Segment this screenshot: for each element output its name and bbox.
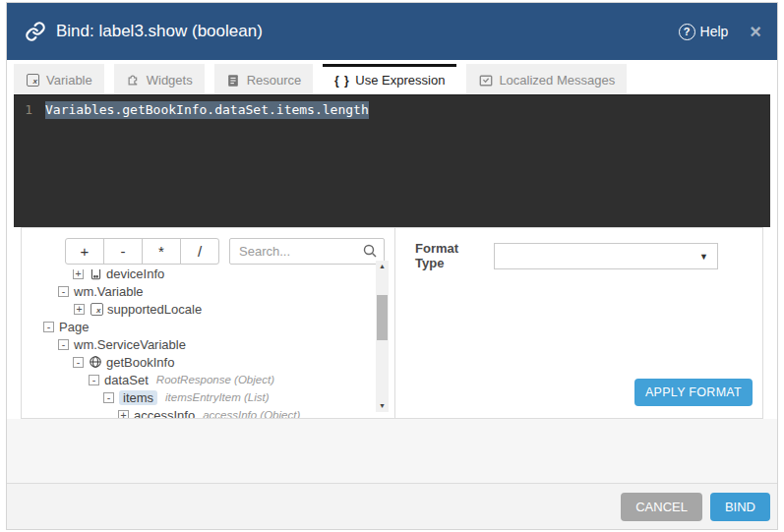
tree-expander[interactable]: + bbox=[73, 269, 84, 279]
tab-resource[interactable]: Resource bbox=[214, 64, 314, 94]
tree-node-type: accessInfo (Object) bbox=[203, 409, 300, 418]
device-icon bbox=[89, 269, 102, 280]
format-type-label: Format Type bbox=[415, 241, 480, 270]
expression-icon: { } bbox=[334, 73, 349, 88]
tree-row-items[interactable]: - items itemsEntryItem (List) bbox=[43, 388, 394, 406]
dialog-body-spacer bbox=[7, 419, 777, 483]
tree-row-getBookInfo[interactable]: - getBookInfo bbox=[43, 353, 394, 371]
tab-use-expression[interactable]: { } Use Expression bbox=[323, 64, 456, 94]
tree-expander[interactable]: - bbox=[43, 322, 54, 332]
tree-node-type: itemsEntryItem (List) bbox=[165, 391, 269, 403]
variable-icon: x bbox=[90, 302, 103, 316]
scroll-down-icon[interactable]: ▼ bbox=[376, 400, 389, 412]
tab-label: Use Expression bbox=[355, 73, 445, 88]
format-type-select[interactable]: ▼ bbox=[494, 243, 718, 269]
expression-editor[interactable]: 1 Variables.getBookInfo.dataSet.items.le… bbox=[14, 94, 770, 227]
help-button[interactable]: ? Help bbox=[679, 24, 729, 40]
localized-messages-icon bbox=[478, 73, 493, 88]
help-icon: ? bbox=[679, 24, 695, 40]
resource-icon bbox=[226, 73, 241, 88]
tree-expander[interactable]: - bbox=[89, 375, 99, 385]
help-label: Help bbox=[700, 24, 729, 39]
scroll-up-icon[interactable]: ▲ bbox=[376, 261, 389, 272]
tree-row-deviceInfo[interactable]: + deviceInfo bbox=[43, 269, 394, 282]
tree-expander[interactable]: - bbox=[58, 286, 69, 297]
apply-format-button[interactable]: APPLY FORMAT bbox=[634, 379, 753, 406]
operator-subtract-button[interactable]: - bbox=[103, 238, 143, 265]
service-variable-icon bbox=[89, 355, 102, 369]
tab-label: Widgets bbox=[147, 73, 193, 88]
editor-line: 1 Variables.getBookInfo.dataSet.items.le… bbox=[14, 101, 770, 119]
scroll-thumb[interactable] bbox=[377, 295, 388, 340]
operator-divide-button[interactable]: / bbox=[180, 238, 219, 265]
tab-widgets[interactable]: Widgets bbox=[114, 64, 205, 94]
operator-multiply-button[interactable]: * bbox=[142, 238, 181, 265]
dialog-title: Bind: label3.show (boolean) bbox=[56, 22, 263, 41]
bind-dialog: Bind: label3.show (boolean) ? Help × x V… bbox=[6, 2, 778, 530]
tree-node-label[interactable]: deviceInfo bbox=[106, 269, 164, 281]
tree-row-accessInfo[interactable]: + accessInfo accessInfo (Object) bbox=[43, 406, 394, 418]
tree-node-label[interactable]: dataSet bbox=[104, 373, 149, 387]
operator-add-button[interactable]: + bbox=[65, 238, 104, 265]
tab-bar: x Variable Widgets Resource bbox=[7, 60, 777, 94]
operator-group: + - * / bbox=[65, 238, 219, 265]
tab-label: Resource bbox=[247, 73, 302, 88]
tree-row-dataSet[interactable]: - dataSet RootResponse (Object) bbox=[43, 371, 394, 388]
expression-toolbar: + - * / bbox=[65, 238, 385, 265]
expression-code[interactable]: Variables.getBookInfo.dataSet.items.leng… bbox=[45, 101, 369, 119]
variable-icon: x bbox=[26, 73, 40, 88]
tree-expander[interactable]: - bbox=[103, 392, 114, 403]
line-number: 1 bbox=[14, 101, 45, 119]
tree-node-label-selected[interactable]: items bbox=[119, 390, 157, 405]
bind-button[interactable]: BIND bbox=[710, 493, 770, 521]
search-icon bbox=[362, 243, 378, 259]
vertical-scrollbar[interactable]: ▲ ▼ bbox=[376, 261, 389, 412]
variables-tree: + deviceInfo - wm.Variable + bbox=[22, 269, 394, 418]
tree-node-type: RootResponse (Object) bbox=[156, 374, 274, 385]
tree-node-label[interactable]: getBookInfo bbox=[106, 355, 174, 370]
tree-expander[interactable]: + bbox=[74, 304, 85, 315]
tree-expander[interactable]: - bbox=[58, 339, 69, 350]
dialog-header: Bind: label3.show (boolean) ? Help × bbox=[7, 3, 777, 60]
tree-row-page[interactable]: - Page bbox=[43, 318, 394, 335]
cancel-button[interactable]: CANCEL bbox=[621, 493, 702, 521]
variables-panel: + - * / + bbox=[22, 228, 395, 418]
chevron-down-icon: ▼ bbox=[699, 252, 708, 262]
link-icon bbox=[25, 21, 46, 42]
tree-node-label[interactable]: Page bbox=[59, 320, 89, 334]
tree-row-wm-variable[interactable]: - wm.Variable bbox=[43, 282, 394, 300]
dialog-footer: CANCEL BIND bbox=[7, 483, 777, 529]
format-panel: Format Type ▼ APPLY FORMAT bbox=[395, 228, 762, 418]
tab-localized-messages[interactable]: Localized Messages bbox=[466, 64, 627, 94]
tree-expander[interactable]: - bbox=[73, 357, 84, 368]
tree-row-supportedLocale[interactable]: + x supportedLocale bbox=[43, 300, 394, 318]
tab-label: Variable bbox=[46, 73, 92, 88]
widgets-icon bbox=[126, 73, 141, 88]
tree-node-label[interactable]: wm.ServiceVariable bbox=[74, 337, 186, 352]
tab-variable[interactable]: x Variable bbox=[14, 64, 104, 94]
tree-expander[interactable]: + bbox=[118, 410, 129, 419]
tree-node-label[interactable]: supportedLocale bbox=[107, 302, 202, 317]
tree-row-wm-servicevariable[interactable]: - wm.ServiceVariable bbox=[43, 335, 394, 353]
close-icon[interactable]: × bbox=[750, 22, 761, 41]
tree-node-label[interactable]: accessInfo bbox=[134, 408, 195, 419]
tree-node-label[interactable]: wm.Variable bbox=[74, 284, 144, 299]
tab-label: Localized Messages bbox=[499, 73, 615, 88]
bind-panels: + - * / + bbox=[21, 227, 763, 419]
